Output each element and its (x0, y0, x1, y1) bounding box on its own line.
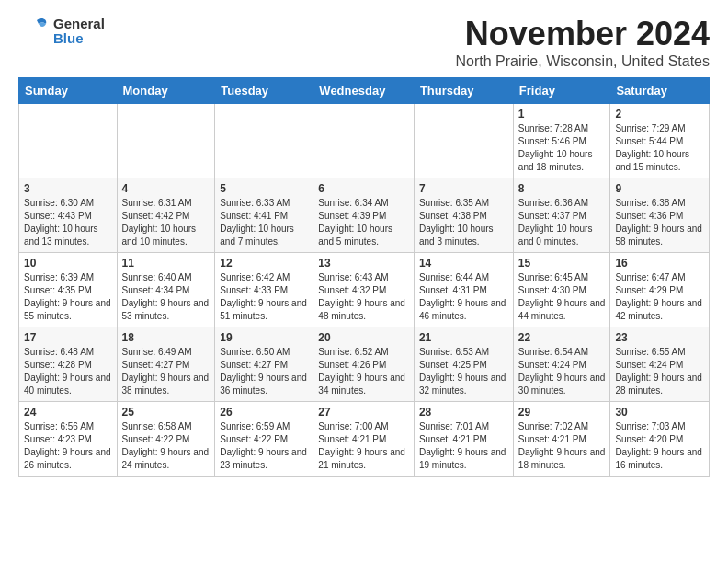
calendar-cell: 3Sunrise: 6:30 AM Sunset: 4:43 PM Daylig… (19, 178, 118, 253)
day-detail: Sunrise: 6:53 AM Sunset: 4:25 PM Dayligh… (419, 346, 508, 397)
logo-line1: General (53, 17, 105, 32)
main-title: November 2024 (455, 15, 710, 53)
day-number: 28 (419, 406, 508, 419)
day-detail: Sunrise: 6:43 AM Sunset: 4:32 PM Dayligh… (318, 271, 409, 323)
calendar-cell: 22Sunrise: 6:54 AM Sunset: 4:24 PM Dayli… (513, 327, 610, 402)
day-detail: Sunrise: 7:03 AM Sunset: 4:20 PM Dayligh… (615, 420, 704, 472)
calendar-cell: 28Sunrise: 7:01 AM Sunset: 4:21 PM Dayli… (414, 402, 513, 477)
day-number: 25 (122, 406, 210, 419)
calendar-cell: 4Sunrise: 6:31 AM Sunset: 4:42 PM Daylig… (117, 178, 215, 253)
calendar-cell: 16Sunrise: 6:47 AM Sunset: 4:29 PM Dayli… (610, 253, 710, 327)
day-detail: Sunrise: 6:35 AM Sunset: 4:38 PM Dayligh… (419, 197, 508, 248)
calendar-cell: 1Sunrise: 7:28 AM Sunset: 5:46 PM Daylig… (513, 104, 610, 178)
calendar-cell: 24Sunrise: 6:56 AM Sunset: 4:23 PM Dayli… (19, 402, 118, 477)
day-detail: Sunrise: 6:40 AM Sunset: 4:34 PM Dayligh… (122, 271, 210, 323)
day-number: 18 (122, 331, 210, 344)
day-detail: Sunrise: 6:39 AM Sunset: 4:35 PM Dayligh… (24, 271, 112, 323)
logo-wrapper: General Blue (18, 15, 105, 48)
day-detail: Sunrise: 6:45 AM Sunset: 4:30 PM Dayligh… (518, 271, 606, 323)
calendar-cell: 29Sunrise: 7:02 AM Sunset: 4:21 PM Dayli… (513, 402, 610, 477)
day-detail: Sunrise: 7:28 AM Sunset: 5:46 PM Dayligh… (518, 122, 606, 174)
day-detail: Sunrise: 6:38 AM Sunset: 4:36 PM Dayligh… (615, 197, 704, 248)
day-number: 21 (419, 331, 508, 344)
day-number: 23 (615, 331, 704, 344)
day-number: 13 (318, 257, 409, 270)
calendar-cell (313, 104, 415, 178)
day-number: 1 (518, 108, 606, 121)
day-number: 22 (518, 331, 606, 344)
day-number: 11 (122, 257, 210, 270)
day-number: 27 (318, 406, 409, 419)
day-number: 19 (220, 331, 308, 344)
day-detail: Sunrise: 6:49 AM Sunset: 4:27 PM Dayligh… (122, 346, 210, 397)
day-detail: Sunrise: 6:30 AM Sunset: 4:43 PM Dayligh… (24, 197, 112, 248)
day-number: 24 (24, 406, 112, 419)
calendar-header-thursday: Thursday (414, 78, 513, 104)
calendar-cell: 11Sunrise: 6:40 AM Sunset: 4:34 PM Dayli… (117, 253, 215, 327)
subtitle: North Prairie, Wisconsin, United States (455, 53, 710, 70)
day-detail: Sunrise: 6:44 AM Sunset: 4:31 PM Dayligh… (419, 271, 508, 323)
calendar-cell: 10Sunrise: 6:39 AM Sunset: 4:35 PM Dayli… (19, 253, 118, 327)
calendar-header-wednesday: Wednesday (313, 78, 415, 104)
calendar-header-monday: Monday (117, 78, 215, 104)
calendar-week-3: 10Sunrise: 6:39 AM Sunset: 4:35 PM Dayli… (19, 253, 710, 327)
day-detail: Sunrise: 6:48 AM Sunset: 4:28 PM Dayligh… (24, 346, 112, 397)
day-number: 8 (518, 182, 606, 195)
day-number: 7 (419, 182, 508, 195)
header: General Blue November 2024 North Prairie… (18, 15, 710, 70)
day-detail: Sunrise: 6:47 AM Sunset: 4:29 PM Dayligh… (615, 271, 704, 323)
day-detail: Sunrise: 6:36 AM Sunset: 4:37 PM Dayligh… (518, 197, 606, 248)
day-number: 12 (220, 257, 308, 270)
day-number: 14 (419, 257, 508, 270)
calendar-cell: 6Sunrise: 6:34 AM Sunset: 4:39 PM Daylig… (313, 178, 415, 253)
calendar-cell: 2Sunrise: 7:29 AM Sunset: 5:44 PM Daylig… (610, 104, 710, 178)
day-number: 29 (518, 406, 606, 419)
calendar-week-1: 1Sunrise: 7:28 AM Sunset: 5:46 PM Daylig… (19, 104, 710, 178)
day-detail: Sunrise: 6:55 AM Sunset: 4:24 PM Dayligh… (615, 346, 704, 397)
calendar-cell: 19Sunrise: 6:50 AM Sunset: 4:27 PM Dayli… (215, 327, 313, 402)
calendar-table: SundayMondayTuesdayWednesdayThursdayFrid… (18, 77, 710, 477)
calendar-header-sunday: Sunday (19, 78, 118, 104)
day-number: 4 (122, 182, 210, 195)
day-detail: Sunrise: 6:58 AM Sunset: 4:22 PM Dayligh… (122, 420, 210, 472)
calendar-cell (215, 104, 313, 178)
day-detail: Sunrise: 6:52 AM Sunset: 4:26 PM Dayligh… (318, 346, 409, 397)
calendar-cell: 30Sunrise: 7:03 AM Sunset: 4:20 PM Dayli… (610, 402, 710, 477)
calendar-cell: 12Sunrise: 6:42 AM Sunset: 4:33 PM Dayli… (215, 253, 313, 327)
day-number: 5 (220, 182, 308, 195)
page-container: General Blue November 2024 North Prairie… (0, 0, 728, 491)
calendar-week-4: 17Sunrise: 6:48 AM Sunset: 4:28 PM Dayli… (19, 327, 710, 402)
calendar-cell: 20Sunrise: 6:52 AM Sunset: 4:26 PM Dayli… (313, 327, 415, 402)
logo-line2: Blue (53, 31, 105, 47)
day-detail: Sunrise: 6:54 AM Sunset: 4:24 PM Dayligh… (518, 346, 606, 397)
day-number: 30 (615, 406, 704, 419)
day-detail: Sunrise: 6:33 AM Sunset: 4:41 PM Dayligh… (220, 197, 308, 248)
day-number: 17 (24, 331, 112, 344)
day-detail: Sunrise: 6:59 AM Sunset: 4:22 PM Dayligh… (220, 420, 308, 472)
calendar-week-5: 24Sunrise: 6:56 AM Sunset: 4:23 PM Dayli… (19, 402, 710, 477)
day-number: 3 (24, 182, 112, 195)
logo: General Blue (18, 15, 105, 48)
calendar-cell (19, 104, 118, 178)
calendar-cell: 27Sunrise: 7:00 AM Sunset: 4:21 PM Dayli… (313, 402, 415, 477)
day-detail: Sunrise: 6:31 AM Sunset: 4:42 PM Dayligh… (122, 197, 210, 248)
day-number: 20 (318, 331, 409, 344)
day-number: 10 (24, 257, 112, 270)
calendar-cell (414, 104, 513, 178)
day-number: 16 (615, 257, 704, 270)
calendar-header-saturday: Saturday (610, 78, 710, 104)
calendar-cell: 26Sunrise: 6:59 AM Sunset: 4:22 PM Dayli… (215, 402, 313, 477)
day-detail: Sunrise: 6:42 AM Sunset: 4:33 PM Dayligh… (220, 271, 308, 323)
calendar-cell: 25Sunrise: 6:58 AM Sunset: 4:22 PM Dayli… (117, 402, 215, 477)
calendar-cell: 17Sunrise: 6:48 AM Sunset: 4:28 PM Dayli… (19, 327, 118, 402)
calendar-cell: 14Sunrise: 6:44 AM Sunset: 4:31 PM Dayli… (414, 253, 513, 327)
logo-bird-icon (18, 15, 51, 48)
calendar-cell: 7Sunrise: 6:35 AM Sunset: 4:38 PM Daylig… (414, 178, 513, 253)
day-detail: Sunrise: 6:56 AM Sunset: 4:23 PM Dayligh… (24, 420, 112, 472)
calendar-cell (117, 104, 215, 178)
calendar-header-tuesday: Tuesday (215, 78, 313, 104)
day-number: 9 (615, 182, 704, 195)
calendar-header-row: SundayMondayTuesdayWednesdayThursdayFrid… (19, 78, 710, 104)
day-number: 26 (220, 406, 308, 419)
day-detail: Sunrise: 7:01 AM Sunset: 4:21 PM Dayligh… (419, 420, 508, 472)
